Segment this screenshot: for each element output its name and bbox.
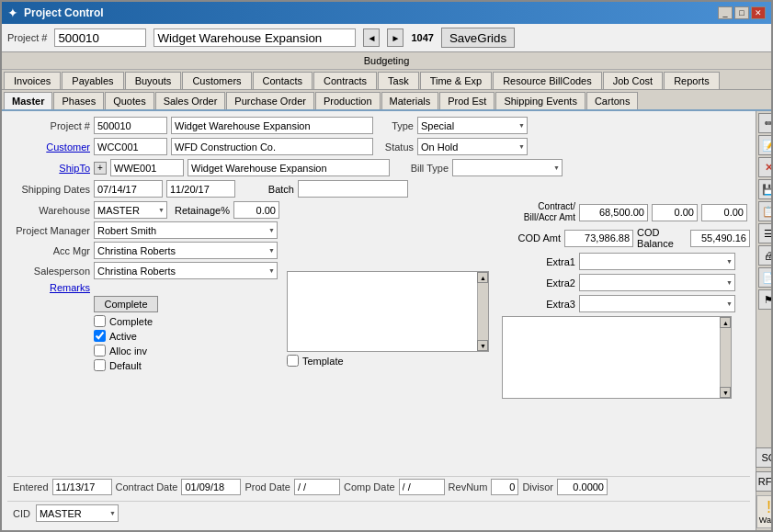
extra2-dropdown[interactable] <box>579 274 735 291</box>
active-checkbox[interactable] <box>94 330 106 342</box>
contract-date-input[interactable] <box>181 479 241 495</box>
cod-balance-label: COD Balance <box>637 227 687 249</box>
edit-icon-button[interactable]: ✏ <box>758 113 771 133</box>
project-name-form-input[interactable] <box>171 117 373 134</box>
project-num-input[interactable] <box>54 28 146 47</box>
subtab-prod-est[interactable]: Prod Est <box>439 92 494 109</box>
subtab-phases[interactable]: Phases <box>53 92 104 109</box>
customer-code-input[interactable] <box>94 138 167 155</box>
type-dropdown[interactable]: Special <box>417 117 528 134</box>
shipto-label[interactable]: ShipTo <box>7 163 90 174</box>
alloc-inv-chk-label: Alloc inv <box>109 345 147 357</box>
delete-icon-button[interactable]: ✕ <box>758 157 771 177</box>
prod-date-label: Prod Date <box>244 481 290 492</box>
tab-contracts[interactable]: Contracts <box>313 72 377 89</box>
shipto-add-button[interactable]: + <box>94 162 107 175</box>
rfq-button[interactable]: RFQ <box>756 471 771 492</box>
right-textarea[interactable] <box>503 317 722 389</box>
tab-customers[interactable]: Customers <box>182 72 251 89</box>
flag-icon-button[interactable]: ⚑ <box>758 289 771 310</box>
subtab-materials[interactable]: Materials <box>381 92 439 109</box>
template-checkbox[interactable] <box>287 355 299 367</box>
alloc-inv-checkbox[interactable] <box>94 345 106 357</box>
remarks-scroll-up[interactable]: ▲ <box>477 272 488 283</box>
subtab-sales-order[interactable]: Sales Order <box>155 92 226 109</box>
prod-date-input[interactable] <box>294 479 340 495</box>
project-mgr-dropdown[interactable]: Robert Smith <box>94 221 278 239</box>
tab-payables[interactable]: Payables <box>62 72 123 89</box>
nav-next-button[interactable]: ► <box>387 28 404 47</box>
project-name-toolbar-input[interactable] <box>153 28 356 47</box>
extra3-label: Extra3 <box>502 299 575 310</box>
side-toolbar: ✏ 📝 ✕ 💾 📋 ☰ 🖨 📄 ⚑ SO RFQ ! Warn <box>756 111 771 530</box>
ship-date2-input[interactable] <box>166 180 235 198</box>
subtab-cartons[interactable]: Cartons <box>586 92 639 109</box>
tab-invoices[interactable]: Invoices <box>4 72 61 89</box>
tab-resource-billcodes[interactable]: Resource BillCodes <box>493 72 602 89</box>
subtab-master[interactable]: Master <box>4 92 52 109</box>
batch-input[interactable] <box>298 180 408 198</box>
contract-val3-input[interactable] <box>701 204 747 221</box>
warn-button[interactable]: ! Warn <box>756 495 771 528</box>
divisor-label: Divisor <box>522 481 553 492</box>
entered-input[interactable] <box>52 479 112 495</box>
default-checkbox[interactable] <box>94 359 106 371</box>
shipto-code-input[interactable] <box>110 159 184 176</box>
shipto-name-input[interactable] <box>188 159 390 176</box>
remarks-label[interactable]: Remarks <box>7 282 90 293</box>
subtab-shipping-events[interactable]: Shipping Events <box>495 92 585 109</box>
subtab-production[interactable]: Production <box>315 92 381 109</box>
project-num-form-input[interactable] <box>94 117 167 134</box>
tab-job-cost[interactable]: Job Cost <box>603 72 663 89</box>
comp-date-input[interactable] <box>399 479 445 495</box>
tab-reports[interactable]: Reports <box>664 72 720 89</box>
print-icon-button[interactable]: 🖨 <box>758 245 771 266</box>
bill-type-dropdown[interactable] <box>452 159 563 176</box>
maximize-button[interactable]: □ <box>734 6 749 19</box>
retainage-input[interactable] <box>233 201 279 219</box>
warehouse-dropdown[interactable]: MASTER <box>94 201 167 219</box>
extra2-label: Extra2 <box>502 277 575 289</box>
bill-type-label: Bill Type <box>393 163 449 174</box>
cod-balance-input[interactable] <box>690 230 750 247</box>
right-scroll-down[interactable]: ▼ <box>720 387 731 398</box>
save-icon-button[interactable]: 💾 <box>758 179 771 199</box>
clipboard-icon-button[interactable]: 📋 <box>758 201 771 221</box>
warn-label: Warn <box>759 515 771 525</box>
divisor-input[interactable] <box>557 479 608 495</box>
extra3-dropdown[interactable] <box>579 295 735 312</box>
subtab-quotes[interactable]: Quotes <box>105 92 153 109</box>
salesperson-dropdown[interactable]: Christina Roberts <box>94 262 278 279</box>
tab-time-exp[interactable]: Time & Exp <box>420 72 492 89</box>
customer-label[interactable]: Customer <box>7 141 90 153</box>
customer-name-input[interactable] <box>171 138 373 155</box>
cod-amt-input[interactable] <box>564 230 633 247</box>
remarks-textarea[interactable] <box>288 272 479 342</box>
window-title: Project Control <box>24 6 104 19</box>
contract-val1-input[interactable] <box>579 204 648 221</box>
minimize-button[interactable]: _ <box>718 6 733 19</box>
nav-prev-button[interactable]: ◄ <box>363 28 380 47</box>
close-button[interactable]: ✕ <box>751 6 766 19</box>
right-scroll-up[interactable]: ▲ <box>720 317 731 328</box>
save-grids-button[interactable]: SaveGrids <box>441 28 515 48</box>
acc-mgr-dropdown[interactable]: Christina Roberts <box>94 242 278 259</box>
cid-dropdown[interactable]: MASTER <box>36 504 119 522</box>
subtab-purchase-order[interactable]: Purchase Order <box>226 92 314 109</box>
tab-buyouts[interactable]: Buyouts <box>125 72 182 89</box>
list-icon-button[interactable]: ☰ <box>758 223 771 243</box>
tab-contacts[interactable]: Contacts <box>253 72 313 89</box>
extra1-dropdown[interactable] <box>579 253 735 270</box>
remarks-scroll-down[interactable]: ▼ <box>477 340 488 351</box>
so-button[interactable]: SO <box>756 447 771 468</box>
extra1-label: Extra1 <box>502 256 575 267</box>
status-dropdown[interactable]: On Hold <box>417 138 528 155</box>
complete-checkbox[interactable] <box>94 315 106 327</box>
tab-task[interactable]: Task <box>378 72 419 89</box>
contract-val2-input[interactable] <box>652 204 698 221</box>
ship-date1-input[interactable] <box>94 180 163 198</box>
doc-icon-button[interactable]: 📄 <box>758 267 771 288</box>
rev-num-input[interactable] <box>491 479 518 495</box>
complete-button[interactable]: Complete <box>94 296 158 312</box>
pencil-icon-button[interactable]: 📝 <box>758 135 771 155</box>
